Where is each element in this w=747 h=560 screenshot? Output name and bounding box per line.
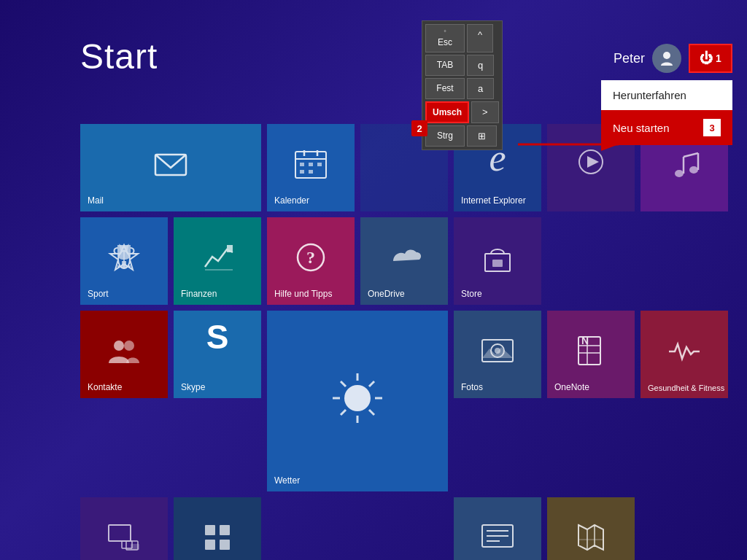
power-icon: ⏻ [700,51,713,66]
tile-ie-label: Internet Explorer [461,195,526,206]
key-win[interactable]: ⊞ [467,125,497,147]
svg-point-28 [124,341,134,351]
tile-finanzen-label: Finanzen [181,289,217,299]
tile-row-4: Desktop Nachrichten [80,497,728,560]
skype-icon: S [206,317,229,357]
tile-kontakte-label: Kontakte [88,382,122,392]
keyboard-popup: ° Esc ^ TAB q Fest a Umsch > Strg ⊞ [422,20,503,150]
power-badge: 1 [716,52,721,64]
svg-point-60 [663,52,670,59]
svg-point-29 [344,385,371,411]
svg-line-16 [684,153,698,157]
svg-line-37 [341,410,346,415]
svg-text:?: ? [306,248,315,267]
neu-starten-badge: 3 [703,119,721,136]
svg-rect-5 [300,163,304,166]
tile-mail[interactable]: Mail [80,124,261,211]
menu-item-herunterfahren[interactable]: Herunterfahren [601,80,732,110]
svg-rect-53 [220,540,230,550]
svg-point-27 [114,341,124,351]
tile-store-label: Store [461,289,482,299]
key-fest[interactable]: Fest [425,78,465,99]
tile-kalender[interactable]: Kalender [267,124,355,211]
badge-2: 2 [411,120,427,136]
key-tab[interactable]: TAB [425,55,465,76]
menu-item-neu-starten[interactable]: Neu starten 3 [601,110,732,145]
tile-wetter-placeholder [267,497,448,560]
svg-line-36 [369,381,374,386]
tile-gesundheit[interactable]: Gesundheit & Fitness [640,311,728,398]
tile-store[interactable]: Store [454,217,541,305]
tile-kalender-label: Kalender [274,195,309,206]
svg-rect-26 [492,260,503,267]
key-q[interactable]: q [467,55,494,76]
svg-rect-7 [317,163,322,166]
svg-rect-9 [309,170,313,174]
svg-rect-8 [300,170,304,174]
key-row-5: Strg ⊞ [425,125,499,147]
svg-rect-49 [131,544,139,550]
tile-desktop[interactable]: Desktop [80,497,168,560]
user-name: Peter [614,51,645,66]
svg-rect-6 [309,163,313,166]
key-row-2: TAB q [425,55,499,76]
tile-skype[interactable]: S Skype [174,311,261,398]
tile-onenote-label: OneNote [554,382,589,392]
svg-text:N: N [581,335,589,346]
key-gt[interactable]: > [471,101,499,123]
svg-rect-50 [205,525,215,535]
svg-point-12 [675,170,684,177]
user-avatar[interactable] [652,44,681,73]
person-icon [658,50,676,67]
tile-fotos[interactable]: Fotos [454,311,541,398]
svg-line-35 [369,410,374,415]
tile-hilfe-label: Hilfe und Tipps [274,289,332,299]
svg-point-13 [689,166,698,174]
tile-onedrive-label: OneDrive [368,289,405,299]
tile-mail-label: Mail [88,195,104,206]
tile-apps[interactable] [174,497,261,560]
svg-rect-52 [205,540,215,550]
key-esc[interactable]: ° Esc [425,24,465,52]
tile-sport-label: Sport [88,289,109,299]
tile-row-3: Kontakte S Skype Wetter [80,311,728,491]
tile-sport[interactable]: Sport [80,217,168,305]
svg-rect-19 [122,261,126,265]
tile-gesundheit-label: Gesundheit & Fitness [648,384,724,392]
tile-hilfe[interactable]: ? Hilfe und Tipps [267,217,355,305]
tile-finanzen[interactable]: Finanzen [174,217,261,305]
sun-icon [328,369,387,427]
key-strg[interactable]: Strg [425,125,465,147]
power-menu: Herunterfahren Neu starten 3 [601,80,732,145]
tile-nachrichten[interactable]: Nachrichten [454,497,541,560]
svg-marker-21 [227,245,233,252]
tile-onedrive[interactable]: OneDrive [360,217,448,305]
tile-karten[interactable]: Karten [547,497,635,560]
svg-rect-20 [117,265,131,268]
svg-line-34 [341,381,346,386]
user-section: Peter ⏻ 1 [614,44,732,73]
key-umsch[interactable]: Umsch [425,101,469,123]
power-button[interactable]: ⏻ 1 [689,44,732,73]
tile-wetter[interactable]: Wetter [267,311,448,491]
key-a[interactable]: a [467,78,494,99]
tile-onenote[interactable]: N OneNote [547,311,635,398]
tile-wetter-label: Wetter [274,475,300,486]
key-caret[interactable]: ^ [467,24,493,52]
svg-rect-47 [122,541,132,548]
start-title: Start [80,36,158,77]
svg-rect-46 [109,525,131,541]
tile-skype-label: Skype [181,382,205,392]
tile-row-2: Sport Finanzen ? Hilfe und Tipps [80,217,728,305]
key-row-3: Fest a [425,78,499,99]
tiles-container: Mail Kalender e Internet Explorer [80,124,728,560]
key-row-4: Umsch > [425,101,499,123]
tile-fotos-label: Fotos [461,382,483,392]
svg-marker-11 [587,156,599,168]
svg-rect-51 [220,525,230,535]
key-row-1: ° Esc ^ [425,24,499,52]
tile-kontakte[interactable]: Kontakte [80,311,168,398]
